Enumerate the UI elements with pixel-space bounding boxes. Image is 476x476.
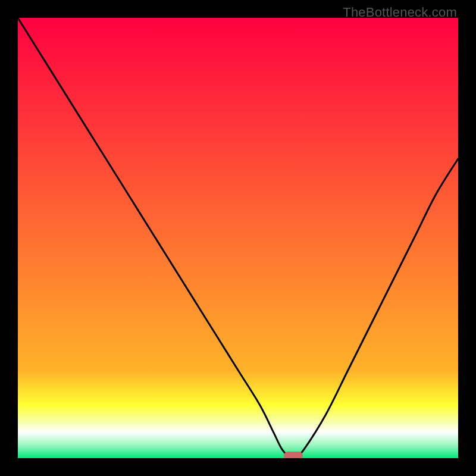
- bottleneck-curve: [18, 18, 458, 458]
- chart-stage: TheBottleneck.com: [0, 0, 476, 476]
- min-marker: [284, 452, 303, 458]
- watermark-text: TheBottleneck.com: [343, 5, 457, 20]
- bottleneck-curve-path: [18, 18, 458, 458]
- plot-area: [18, 18, 458, 458]
